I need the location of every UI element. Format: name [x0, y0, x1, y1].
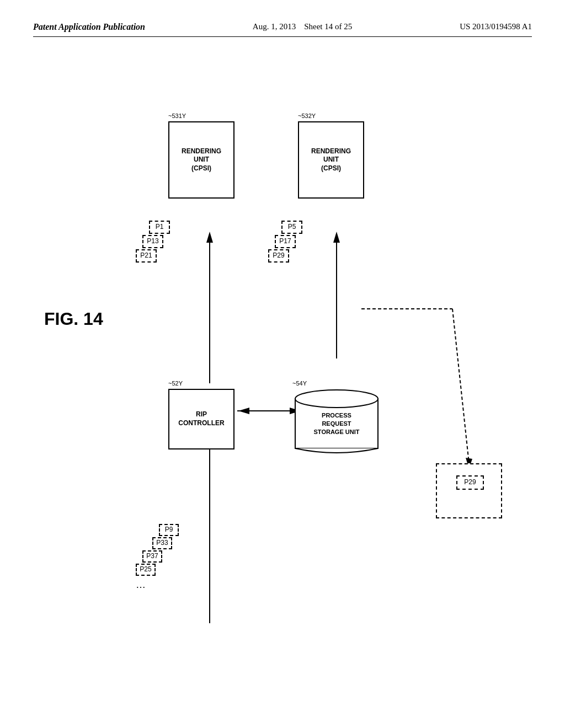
rendering-unit-1: RENDERINGUNIT(CPSI): [168, 121, 234, 199]
svg-text:REQUEST: REQUEST: [322, 420, 351, 427]
rip-controller-ref: ~52Y: [168, 378, 183, 388]
svg-text:STORAGE UNIT: STORAGE UNIT: [314, 429, 360, 435]
sheet-info: Sheet 14 of 25: [304, 22, 352, 31]
svg-marker-9: [333, 232, 340, 243]
rendering-unit-1-ref: ~531Y: [168, 110, 186, 120]
page: Patent Application Publication Aug. 1, 2…: [0, 0, 565, 728]
process-request-storage: PROCESS REQUEST STORAGE UNIT: [292, 389, 381, 455]
rendering-unit-2: RENDERINGUNIT(CPSI): [298, 121, 364, 199]
process-request-storage-ref: ~54Y: [292, 378, 307, 388]
svg-text:PROCESS: PROCESS: [322, 412, 351, 419]
svg-line-11: [452, 309, 469, 463]
patent-number: US 2013/0194598 A1: [460, 22, 532, 31]
publication-date: Aug. 1, 2013: [253, 22, 296, 31]
page-header: Patent Application Publication Aug. 1, 2…: [33, 22, 532, 37]
rendering-unit-2-ref: ~532Y: [298, 110, 316, 120]
rip-controller: RIPCONTROLLER: [168, 389, 234, 449]
svg-point-14: [295, 390, 378, 408]
remote-p29-box: P29: [436, 463, 502, 518]
diagram-area: ~531Y RENDERINGUNIT(CPSI) ~532Y RENDERIN…: [83, 77, 535, 684]
svg-marker-7: [238, 408, 249, 414]
publication-label: Patent Application Publication: [33, 22, 145, 32]
date-sheet: Aug. 1, 2013 Sheet 14 of 25: [253, 22, 352, 31]
svg-marker-3: [206, 232, 213, 243]
